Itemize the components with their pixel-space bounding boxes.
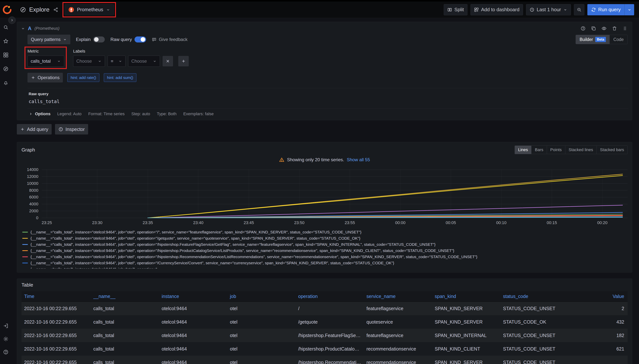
- graph-mode-stacked-bars[interactable]: Stacked bars: [596, 146, 628, 154]
- y-axis-tick: 14000: [27, 167, 38, 172]
- zoom-out-time-button[interactable]: [574, 4, 584, 15]
- column-header-job[interactable]: job: [227, 294, 296, 299]
- chevron-right-icon: [10, 18, 14, 22]
- grafana-logo[interactable]: [2, 5, 12, 14]
- column-header-status-code[interactable]: status_code: [500, 294, 569, 299]
- add-query-button[interactable]: Add query: [17, 124, 52, 134]
- sidebar-item-starred[interactable]: [2, 38, 10, 45]
- explain-toggle[interactable]: [93, 36, 105, 42]
- sidebar-item-search[interactable]: [2, 24, 10, 31]
- hint-add-sum-button[interactable]: hint: add sum(): [104, 73, 136, 82]
- legend-swatch: [22, 244, 28, 245]
- remove-label-button[interactable]: [162, 56, 173, 66]
- labels-field-label: Labels: [73, 49, 189, 54]
- table-cell: STATUS_CODE_OK: [500, 319, 569, 325]
- legend-item[interactable]: {__name__="calls_total", instance="otelc…: [22, 260, 628, 266]
- plus-icon: [31, 76, 35, 80]
- metric-field: Metric calls_total: [28, 49, 64, 67]
- apps-icon: [3, 52, 8, 58]
- option-summary-item: Format: Time series: [88, 112, 124, 116]
- graph-mode-bars[interactable]: Bars: [531, 146, 546, 154]
- sidebar-item-alerting[interactable]: [2, 79, 10, 86]
- table-cell: calls_total: [91, 333, 159, 338]
- option-summary-item: Legend: Auto: [57, 112, 82, 116]
- graph-mode-lines[interactable]: Lines: [515, 146, 532, 154]
- table-panel: Table Time__name__instancejoboperationse…: [17, 278, 632, 364]
- sidebar-item-dashboards[interactable]: [2, 51, 10, 59]
- raw-query-toggle[interactable]: [134, 36, 146, 42]
- duplicate-query-icon[interactable]: [591, 26, 596, 31]
- datasource-picker[interactable]: Prometheus: [64, 4, 114, 15]
- x-axis-tick: 00:05: [446, 220, 456, 225]
- legend-item[interactable]: {__name__="calls_total", instance="otelc…: [22, 235, 628, 241]
- legend-label: {__name__="calls_total", instance="otelc…: [30, 248, 454, 253]
- legend-item[interactable]: {__name__="calls_total", instance="otelc…: [22, 229, 628, 235]
- label-operator-select[interactable]: =: [108, 56, 126, 67]
- x-axis-tick: 00:10: [496, 220, 506, 225]
- table-cell: otel: [227, 346, 296, 352]
- column-header-time[interactable]: Time: [22, 294, 91, 299]
- sidebar-item-help[interactable]: [2, 348, 10, 356]
- builder-mode-button[interactable]: Builder Beta: [576, 35, 610, 44]
- close-icon: [166, 59, 170, 64]
- drag-handle-icon[interactable]: [622, 26, 628, 31]
- inspector-button[interactable]: Inspector: [55, 124, 88, 134]
- add-to-dashboard-button[interactable]: Add to dashboard: [470, 4, 523, 15]
- time-range-picker[interactable]: Last 1 hour: [526, 4, 571, 15]
- graph-mode-points[interactable]: Points: [547, 146, 565, 154]
- column-header-value[interactable]: Value: [569, 294, 628, 299]
- query-row-actions: [580, 26, 628, 31]
- sidebar-item-explore[interactable]: [2, 65, 10, 72]
- sidebar-expand-button[interactable]: [8, 16, 16, 24]
- run-query-dropdown-button[interactable]: [624, 4, 634, 15]
- chart-x-axis: 23:2523:3023:3523:4023:4523:5023:5500:00…: [42, 220, 628, 226]
- query-patterns-button[interactable]: Query patterns: [28, 34, 70, 44]
- x-axis-tick: 23:25: [42, 220, 52, 225]
- remove-query-icon[interactable]: [612, 26, 617, 31]
- give-feedback-link[interactable]: Give feedback: [152, 37, 188, 42]
- table-cell: SPAN_KIND_SERVER: [432, 360, 500, 364]
- metric-select[interactable]: calls_total: [28, 56, 64, 67]
- search-icon: [3, 24, 8, 30]
- label-value-select[interactable]: Choose: [128, 56, 160, 67]
- legend-item[interactable]: {__name__="calls_total", instance="otelc…: [22, 254, 628, 260]
- star-icon: [3, 38, 8, 44]
- graph-mode-stacked-lines[interactable]: Stacked lines: [565, 146, 596, 154]
- chevron-down-icon: [98, 59, 102, 63]
- show-all-series-link[interactable]: Show all 55: [347, 157, 370, 162]
- options-expander[interactable]: Options: [28, 112, 50, 116]
- column-header-span-kind[interactable]: span_kind: [432, 294, 500, 299]
- hide-query-icon[interactable]: [602, 26, 607, 31]
- legend-item[interactable]: {__name__="calls_total", instance="otelc…: [22, 248, 628, 254]
- legend-item[interactable]: {__name__="calls_total", instance="otelc…: [22, 241, 628, 248]
- query-help-icon[interactable]: [580, 26, 586, 31]
- chart-plot-area[interactable]: [42, 170, 628, 218]
- table-cell: recommendationservice: [364, 360, 432, 364]
- add-label-button[interactable]: [178, 56, 189, 66]
- run-query-button[interactable]: Run query: [587, 4, 624, 15]
- label-key-select[interactable]: Choose: [73, 56, 105, 67]
- split-button[interactable]: Split: [444, 4, 468, 15]
- add-operation-button[interactable]: Operations: [28, 73, 63, 82]
- table-header-row: Time__name__instancejoboperationservice_…: [22, 291, 628, 302]
- table-cell: otel: [227, 319, 296, 325]
- x-axis-tick: 23:45: [244, 220, 254, 225]
- graph-panel: Graph LinesBarsPointsStacked linesStacke…: [17, 142, 632, 272]
- sidebar-bottom-group: [2, 322, 10, 362]
- column-header-operation[interactable]: operation: [296, 294, 364, 299]
- column-header-instance[interactable]: instance: [159, 294, 227, 299]
- share-icon[interactable]: [53, 7, 58, 12]
- code-mode-button[interactable]: Code: [610, 35, 628, 44]
- column-header-name[interactable]: __name__: [91, 294, 159, 299]
- query-ref-id[interactable]: A: [28, 26, 32, 32]
- column-header-service-name[interactable]: service_name: [364, 294, 432, 299]
- sidebar-item-configuration[interactable]: [2, 335, 10, 343]
- table-row: 2022-10-16 00:22:29.655calls_totalotelco…: [22, 302, 628, 315]
- sidebar-item-sign-in[interactable]: [2, 322, 10, 330]
- beta-badge: Beta: [595, 37, 606, 42]
- table-row: 2022-10-16 00:22:29.655calls_totalotelco…: [22, 356, 628, 364]
- query-toolbar: Query patterns Explain Raw query Give fe…: [28, 34, 628, 44]
- hint-add-rate-button[interactable]: hint: add rate(): [67, 73, 99, 82]
- table-panel-title: Table: [22, 282, 628, 288]
- collapse-query-icon[interactable]: [21, 26, 25, 31]
